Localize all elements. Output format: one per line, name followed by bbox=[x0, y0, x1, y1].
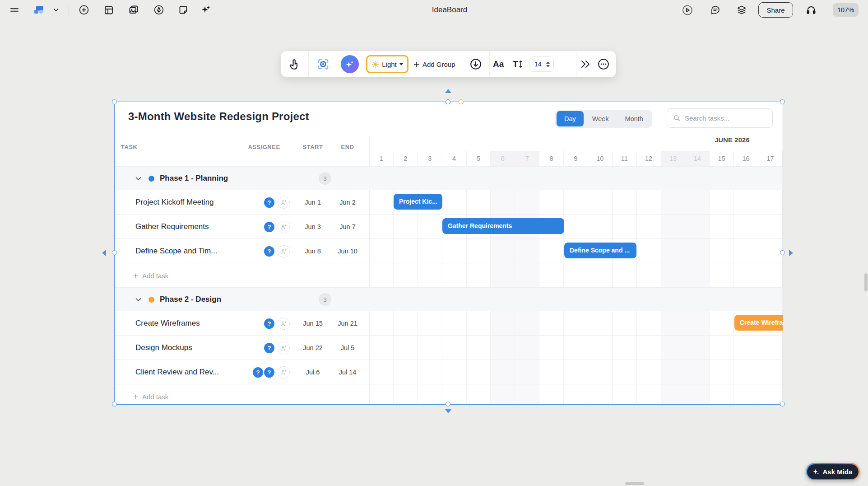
assignee-avatar[interactable]: ? bbox=[263, 342, 275, 354]
assignee-avatar[interactable]: ? bbox=[263, 366, 275, 379]
app-logo[interactable] bbox=[32, 5, 46, 15]
task-search[interactable] bbox=[667, 108, 773, 128]
stepper-up-icon[interactable] bbox=[546, 61, 550, 64]
ask-mida-button[interactable]: Ask Mida bbox=[806, 463, 860, 480]
comment-icon[interactable] bbox=[710, 5, 721, 15]
font-size-value: 14 bbox=[534, 61, 546, 68]
add-assignee-button[interactable] bbox=[278, 318, 290, 330]
note-icon[interactable] bbox=[178, 5, 189, 15]
collapse-chevron-icon[interactable] bbox=[135, 296, 142, 305]
tab-day[interactable]: Day bbox=[557, 111, 584, 126]
expand-arrow-down[interactable] bbox=[445, 409, 451, 413]
assignee-avatar[interactable]: ? bbox=[252, 366, 264, 379]
resize-handle-bottom-right[interactable] bbox=[780, 402, 785, 407]
gantt-bar-project-kickoff[interactable]: Project Kic... bbox=[394, 194, 442, 210]
group-header-phase1[interactable]: Phase 1 - Planning 3 bbox=[115, 166, 783, 190]
tab-week[interactable]: Week bbox=[585, 111, 617, 126]
assignee-avatar[interactable]: ? bbox=[263, 196, 275, 209]
task-count-badge: 3 bbox=[319, 293, 331, 306]
expand-toolbar-button[interactable] bbox=[580, 59, 591, 70]
gantt-bar-create-wireframes[interactable]: Create Wireframes bbox=[734, 315, 783, 331]
resize-handle-top-center[interactable] bbox=[446, 99, 450, 104]
search-input[interactable] bbox=[685, 114, 761, 122]
tab-month[interactable]: Month bbox=[617, 111, 651, 126]
horizontal-scrollbar[interactable] bbox=[625, 482, 644, 485]
expand-arrow-left[interactable] bbox=[102, 250, 106, 256]
headphones-icon[interactable] bbox=[806, 5, 817, 15]
gantt-widget[interactable]: 3-Month Website Redesign Project Day Wee… bbox=[115, 102, 783, 404]
theme-dropdown[interactable]: Light bbox=[366, 55, 408, 73]
text-style-label: Aa bbox=[493, 59, 504, 69]
zoom-level-badge[interactable]: 107% bbox=[833, 3, 859, 17]
text-style-button[interactable]: Aa bbox=[493, 57, 504, 71]
share-button[interactable]: Share bbox=[758, 2, 793, 18]
resize-handle-bottom-center[interactable] bbox=[446, 402, 450, 407]
add-group-button[interactable]: Add Group bbox=[413, 51, 455, 77]
more-options-button[interactable] bbox=[597, 58, 610, 70]
add-group-label: Add Group bbox=[422, 61, 455, 68]
add-assignee-button[interactable] bbox=[278, 196, 290, 209]
focus-tool-button[interactable] bbox=[316, 57, 330, 71]
resize-handle-left[interactable] bbox=[112, 250, 117, 255]
font-size-T-label: T bbox=[513, 59, 518, 69]
pen-icon[interactable] bbox=[153, 5, 164, 15]
font-size-stepper[interactable]: 14 bbox=[529, 56, 554, 72]
assignee-avatar[interactable]: ? bbox=[263, 245, 275, 257]
expand-arrow-right[interactable] bbox=[789, 250, 793, 256]
resize-handle-top-right[interactable] bbox=[780, 99, 785, 104]
stepper-arrows[interactable] bbox=[546, 61, 550, 67]
task-end[interactable]: Jun 10 bbox=[327, 239, 368, 263]
assignee-avatar[interactable]: ? bbox=[263, 221, 275, 233]
task-end[interactable]: Jul 14 bbox=[327, 360, 368, 384]
gantt-bar-gather-requirements[interactable]: Gather Requirements bbox=[442, 218, 564, 234]
chevron-down-icon[interactable] bbox=[51, 5, 61, 15]
person-plus-icon bbox=[280, 224, 287, 230]
board-title: IdeaBoard bbox=[432, 0, 467, 20]
assignee-avatar[interactable]: ? bbox=[263, 318, 275, 330]
task-end[interactable]: Jun 2 bbox=[327, 190, 368, 215]
layers-icon[interactable] bbox=[736, 5, 747, 15]
group-header-phase2[interactable]: Phase 2 - Design 3 bbox=[115, 287, 783, 311]
add-assignee-button[interactable] bbox=[278, 221, 290, 233]
task-row[interactable]: Design Mockups ? Jun 22 Jul 5 bbox=[115, 335, 783, 360]
add-task-button[interactable]: Add task bbox=[133, 263, 168, 288]
task-row[interactable]: Project Kickoff Meeting ? Jun 1 Jun 2 bbox=[115, 190, 783, 214]
menu-icon[interactable] bbox=[9, 5, 20, 15]
task-count-badge: 3 bbox=[319, 172, 331, 185]
add-assignee-button[interactable] bbox=[278, 245, 290, 257]
stepper-down-icon[interactable] bbox=[546, 65, 550, 67]
vertical-scrollbar[interactable] bbox=[864, 273, 868, 291]
resize-handle-bottom-left[interactable] bbox=[112, 402, 117, 407]
sparkle-icon[interactable] bbox=[200, 5, 211, 15]
collapse-chevron-icon[interactable] bbox=[135, 175, 142, 184]
day-label-weekend: 7 bbox=[515, 151, 539, 166]
task-row[interactable]: Define Scope and Tim... ? Jun 8 Jun 10 bbox=[115, 238, 783, 263]
task-end[interactable]: Jun 21 bbox=[327, 311, 368, 336]
add-assignee-button[interactable] bbox=[278, 342, 290, 354]
download-button[interactable] bbox=[469, 57, 483, 71]
task-end[interactable]: Jul 5 bbox=[327, 336, 368, 360]
task-row[interactable]: Create Wireframes ? Jun 15 Jun 21 bbox=[115, 311, 783, 335]
add-assignee-button[interactable] bbox=[278, 366, 290, 379]
expand-arrow-up[interactable] bbox=[445, 89, 451, 93]
connector-handle[interactable] bbox=[459, 99, 464, 104]
gantt-body: Phase 1 - Planning 3 Project Kickoff Mee… bbox=[115, 166, 783, 404]
image-icon[interactable] bbox=[128, 5, 139, 15]
task-name: Design Mockups bbox=[135, 336, 192, 360]
gantt-bar-define-scope[interactable]: Define Scope and ... bbox=[564, 243, 636, 258]
add-task-button[interactable]: Add task bbox=[133, 384, 168, 404]
toolbar-divider bbox=[466, 51, 466, 77]
hand-tool-button[interactable] bbox=[287, 57, 301, 71]
task-row[interactable]: Client Review and Rev... ? ? Jul 6 Jul 1… bbox=[115, 360, 783, 384]
add-task-row[interactable]: Add task bbox=[115, 263, 783, 287]
day-label: 9 bbox=[564, 151, 588, 166]
resize-handle-top-left[interactable] bbox=[112, 99, 117, 104]
font-size-button[interactable]: T bbox=[513, 57, 523, 71]
resize-handle-right[interactable] bbox=[780, 250, 785, 255]
add-task-label: Add task bbox=[142, 393, 168, 401]
ai-assistant-button[interactable] bbox=[341, 55, 359, 73]
task-end[interactable]: Jun 7 bbox=[327, 215, 368, 239]
play-icon[interactable] bbox=[682, 5, 693, 15]
add-circle-icon[interactable] bbox=[79, 5, 89, 15]
layout-icon[interactable] bbox=[103, 5, 114, 15]
